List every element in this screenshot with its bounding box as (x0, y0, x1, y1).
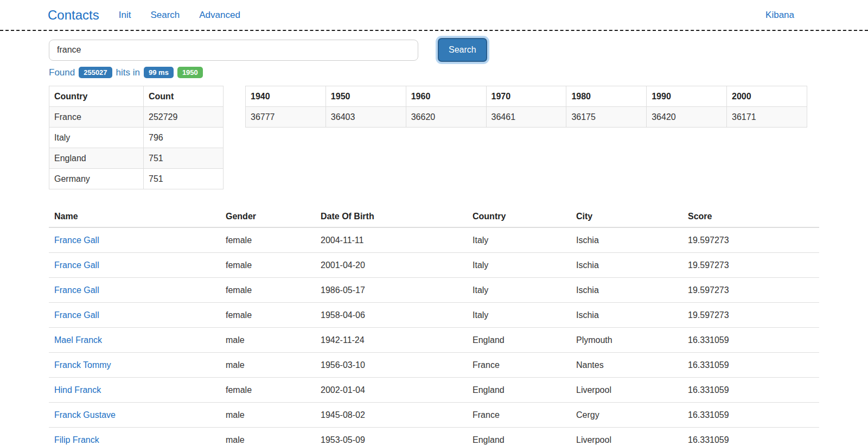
country-cell: Italy (467, 278, 571, 303)
table-row: Filip Franck male 1953-05-09 England Liv… (49, 428, 819, 445)
decade-header: 1980 (566, 86, 647, 107)
dob-cell: 1942-11-24 (315, 328, 467, 353)
score-cell: 16.331059 (682, 403, 819, 428)
gender-cell: female (220, 303, 315, 328)
nav-item-search[interactable]: Search (150, 10, 180, 21)
table-header-row: 1940 1950 1960 1970 1980 1990 2000 (246, 86, 807, 107)
score-cell: 16.331059 (682, 378, 819, 403)
gender-cell: male (220, 328, 315, 353)
gender-cell: male (220, 403, 315, 428)
gender-cell: male (220, 428, 315, 445)
gender-cell: female (220, 227, 315, 253)
dob-cell: 1956-03-10 (315, 353, 467, 378)
query-time-badge: 99 ms (144, 67, 174, 78)
table-row: Mael Franck male 1942-11-24 England Plym… (49, 328, 819, 353)
contact-name-link[interactable]: Franck Gustave (54, 410, 116, 419)
name-header: Name (49, 206, 220, 227)
aggregations-section: Country Count France 252729 Italy 796 En… (49, 86, 819, 189)
country-cell: Italy (467, 253, 571, 278)
country-header: Country (49, 86, 144, 107)
gender-cell: female (220, 253, 315, 278)
search-input[interactable] (49, 40, 418, 61)
dob-cell: 1953-05-09 (315, 428, 467, 445)
decade-header: 1940 (246, 86, 326, 107)
decade-count-table: 1940 1950 1960 1970 1980 1990 2000 36777… (245, 86, 807, 128)
brand-contacts[interactable]: Contacts (48, 8, 99, 23)
contact-name-link[interactable]: Mael Franck (54, 335, 102, 345)
decade-header: 1970 (486, 86, 566, 107)
gender-cell: male (220, 353, 315, 378)
contact-name-link[interactable]: France Gall (54, 310, 99, 320)
decade-count-cell: 36461 (486, 107, 566, 128)
city-cell: Cergy (571, 403, 682, 428)
table-header-row: Country Count (49, 86, 224, 107)
decade-header: 2000 (727, 86, 807, 107)
results-table: Name Gender Date Of Birth Country City S… (49, 206, 819, 445)
table-row: France Gall female 2001-04-20 Italy Isch… (49, 253, 819, 278)
table-header-row: Name Gender Date Of Birth Country City S… (49, 206, 819, 227)
dob-cell: 1945-08-02 (315, 403, 467, 428)
contact-name-link[interactable]: Filip Franck (54, 435, 99, 444)
count-header: Count (144, 86, 224, 107)
score-cell: 19.597273 (682, 303, 819, 328)
score-cell: 16.331059 (682, 328, 819, 353)
contact-name-link[interactable]: France Gall (54, 236, 99, 245)
decade-header: 1950 (326, 86, 406, 107)
table-row: Italy 796 (49, 128, 224, 148)
dob-cell: 2004-11-11 (315, 227, 467, 253)
nav-item-advanced[interactable]: Advanced (199, 10, 240, 21)
decade-count-cell: 36171 (727, 107, 807, 128)
hits-count-badge: 255027 (79, 67, 112, 78)
city-cell: Ischia (571, 227, 682, 253)
score-cell: 16.331059 (682, 353, 819, 378)
nav-item-init[interactable]: Init (119, 10, 131, 21)
year-badge: 1950 (177, 67, 203, 78)
contact-name-link[interactable]: Franck Tommy (54, 360, 111, 370)
gender-header: Gender (220, 206, 315, 227)
dob-cell: 1958-04-06 (315, 303, 467, 328)
decade-count-cell: 36620 (406, 107, 486, 128)
city-cell: Ischia (571, 253, 682, 278)
city-cell: Ischia (571, 278, 682, 303)
decade-header: 1990 (647, 86, 727, 107)
decade-count-cell: 36420 (647, 107, 727, 128)
score-header: Score (682, 206, 819, 227)
table-row: France 252729 (49, 107, 224, 128)
country-cell: England (467, 328, 571, 353)
table-row: Franck Tommy male 1956-03-10 France Nant… (49, 353, 819, 378)
city-cell: Liverpool (571, 428, 682, 445)
country-cell: Italy (49, 128, 144, 148)
count-cell: 751 (144, 148, 224, 169)
contact-name-link[interactable]: Hind Franck (54, 385, 101, 395)
count-cell: 252729 (144, 107, 224, 128)
nav-item-kibana[interactable]: Kibana (765, 10, 794, 21)
count-cell: 751 (144, 169, 224, 189)
count-cell: 796 (144, 128, 224, 148)
contact-name-link[interactable]: France Gall (54, 285, 99, 295)
search-bar: Search (49, 38, 819, 62)
gender-cell: female (220, 278, 315, 303)
score-cell: 19.597273 (682, 278, 819, 303)
country-header: Country (467, 206, 571, 227)
city-cell: Nantes (571, 353, 682, 378)
table-row: 36777 36403 36620 36461 36175 36420 3617… (246, 107, 807, 128)
dob-cell: 2002-01-04 (315, 378, 467, 403)
decade-count-cell: 36403 (326, 107, 406, 128)
country-cell: France (467, 403, 571, 428)
country-cell: Italy (467, 227, 571, 253)
contact-name-link[interactable]: France Gall (54, 260, 99, 270)
country-cell: Germany (49, 169, 144, 189)
search-button[interactable]: Search (438, 38, 487, 62)
country-cell: France (49, 107, 144, 128)
score-cell: 19.597273 (682, 227, 819, 253)
city-cell: Plymouth (571, 328, 682, 353)
score-cell: 19.597273 (682, 253, 819, 278)
table-row: France Gall female 2004-11-11 Italy Isch… (49, 227, 819, 253)
dob-header: Date Of Birth (315, 206, 467, 227)
decade-header: 1960 (406, 86, 486, 107)
city-header: City (571, 206, 682, 227)
country-cell: England (467, 378, 571, 403)
gender-cell: female (220, 378, 315, 403)
country-cell: England (467, 428, 571, 445)
country-cell: France (467, 353, 571, 378)
